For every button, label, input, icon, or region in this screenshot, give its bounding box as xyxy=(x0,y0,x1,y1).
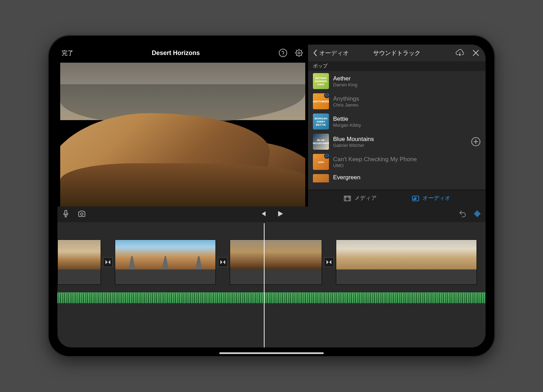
clip-thumbnail xyxy=(371,240,407,269)
track-row[interactable]: ANYTHINGSAnythingsChris James xyxy=(308,91,486,111)
transition-icon[interactable] xyxy=(218,257,228,267)
cloud-download-icon[interactable] xyxy=(455,48,465,58)
track-row[interactable]: MORGAN KIBBY BETTIEBettieMorgan Kibby xyxy=(308,111,486,132)
settings-gear-icon[interactable] xyxy=(294,48,304,58)
help-icon[interactable] xyxy=(278,48,288,58)
video-track[interactable] xyxy=(57,240,486,285)
browser-tab-bar: メディア オーディオ xyxy=(308,190,486,206)
track-title: Blue Mountains xyxy=(333,136,374,143)
timeline-clip[interactable] xyxy=(115,240,216,285)
track-title: Can't Keep Checking My Phone xyxy=(333,156,417,163)
svg-point-3 xyxy=(298,52,300,54)
track-artist: Chris James xyxy=(333,102,359,108)
tab-media[interactable]: メディア xyxy=(343,194,377,203)
tab-audio-label: オーディオ xyxy=(423,195,450,202)
timeline-clip[interactable] xyxy=(336,240,477,285)
track-artist: Morgan Kibby xyxy=(333,123,361,128)
clip-thumbnail xyxy=(182,240,215,269)
clip-thumbnail xyxy=(276,240,322,269)
svg-point-8 xyxy=(81,213,83,215)
camera-icon[interactable] xyxy=(78,210,86,219)
album-art: BLUE MOUNTAINS xyxy=(313,134,329,150)
track-artist: Darren King xyxy=(333,82,357,87)
back-label: オーディオ xyxy=(319,49,349,57)
album-art: MORGAN KIBBY BETTIE xyxy=(313,113,329,130)
track-artist: UMO xyxy=(333,163,417,168)
soundtrack-browser: オーディオ サウンドトラック ポップ AETHER DARREN KINGAet… xyxy=(308,45,486,206)
skip-back-icon[interactable] xyxy=(259,210,267,219)
clip-thumbnail xyxy=(149,240,182,269)
done-button[interactable]: 完了 xyxy=(62,49,73,57)
track-title: Bettie xyxy=(333,116,361,123)
timeline[interactable] xyxy=(57,222,486,347)
panel-title: サウンドトラック xyxy=(373,49,420,57)
clip-thumbnail xyxy=(230,240,276,269)
undo-icon[interactable] xyxy=(458,210,467,219)
play-icon[interactable] xyxy=(276,210,284,219)
track-artist: Gabriel Witcher xyxy=(333,143,374,148)
editor-header: 完了 Desert Horizons xyxy=(57,45,308,61)
album-art: ANYTHINGS xyxy=(313,93,329,109)
timeline-clip[interactable] xyxy=(57,240,101,285)
timeline-toolbar xyxy=(57,206,486,222)
microphone-icon[interactable] xyxy=(62,210,70,219)
add-track-button[interactable] xyxy=(471,137,481,147)
tab-audio[interactable]: オーディオ xyxy=(411,194,450,203)
track-title: Evergreen xyxy=(333,174,360,181)
track-list[interactable]: AETHER DARREN KINGAetherDarren KingANYTH… xyxy=(308,71,486,190)
clip-thumbnail xyxy=(407,240,442,269)
clip-thumbnail xyxy=(336,240,371,269)
svg-rect-7 xyxy=(65,210,67,214)
track-title: Anythings xyxy=(333,95,359,102)
tab-media-label: メディア xyxy=(354,195,377,202)
waveform-icon[interactable] xyxy=(473,210,481,219)
transition-icon[interactable] xyxy=(324,257,334,267)
back-button[interactable]: オーディオ xyxy=(313,49,349,57)
preview-pane: 完了 Desert Horizons xyxy=(57,45,308,206)
cloud-badge-icon xyxy=(324,93,329,98)
album-art: umo xyxy=(313,154,329,170)
clip-thumbnail xyxy=(58,240,79,269)
album-art: AETHER DARREN KING xyxy=(313,73,329,89)
clip-thumbnail xyxy=(441,240,477,269)
cloud-badge-icon xyxy=(324,154,329,159)
album-art xyxy=(313,174,329,182)
svg-rect-5 xyxy=(344,196,351,201)
category-header: ポップ xyxy=(308,61,486,71)
svg-point-1 xyxy=(283,55,283,56)
playhead[interactable] xyxy=(264,222,268,344)
clip-thumbnail xyxy=(79,240,101,269)
close-icon[interactable] xyxy=(471,48,481,58)
browser-header: オーディオ サウンドトラック xyxy=(308,45,486,61)
audio-waveform xyxy=(57,293,486,303)
svg-rect-6 xyxy=(412,196,419,201)
ipad-frame: 完了 Desert Horizons xyxy=(49,36,494,356)
clip-thumbnail xyxy=(115,240,149,269)
track-title: Aether xyxy=(333,75,357,82)
track-row[interactable]: umoCan't Keep Checking My PhoneUMO xyxy=(308,152,486,172)
track-row[interactable]: BLUE MOUNTAINSBlue MountainsGabriel Witc… xyxy=(308,132,486,152)
svg-point-0 xyxy=(279,49,287,57)
video-preview[interactable] xyxy=(60,63,305,206)
upper-panels: 完了 Desert Horizons xyxy=(57,45,486,206)
timeline-clip[interactable] xyxy=(230,240,322,285)
screen: 完了 Desert Horizons xyxy=(57,45,486,347)
audio-track[interactable] xyxy=(57,292,486,304)
track-row[interactable]: AETHER DARREN KINGAetherDarren King xyxy=(308,71,486,91)
transition-icon[interactable] xyxy=(103,257,113,267)
project-title: Desert Horizons xyxy=(152,49,200,57)
track-row[interactable]: Evergreen xyxy=(308,172,486,182)
